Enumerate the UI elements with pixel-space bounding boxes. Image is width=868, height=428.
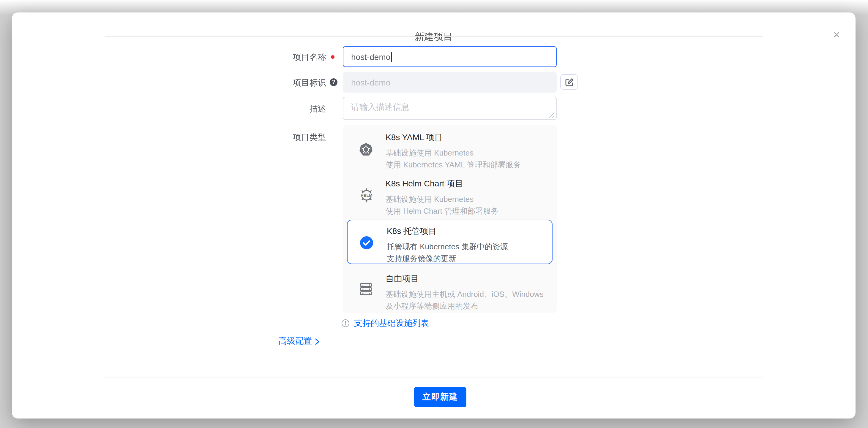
create-now-button[interactable]: 立即新建	[414, 387, 466, 407]
description-placeholder: 请输入描述信息	[351, 102, 409, 111]
option-desc: 托管现有 Kubernetes 集群中的资源	[387, 241, 508, 252]
check-icon	[360, 236, 373, 252]
helm-icon: HELM	[359, 188, 374, 205]
project-type-option-k8s-yaml[interactable]: K8s YAML 项目 基础设施使用 Kubernetes 使用 Kuberne…	[343, 126, 557, 172]
option-title: K8s 托管项目	[387, 226, 437, 237]
option-title: 自由项目	[385, 274, 419, 284]
option-desc: 基础设施使用 Kubernetes	[385, 194, 473, 205]
project-name-input[interactable]: host-demo	[343, 46, 557, 67]
project-key-placeholder: host-demo	[351, 77, 390, 87]
project-key-label: 项目标识	[255, 76, 326, 89]
server-stack-icon	[359, 282, 373, 299]
info-icon: !	[342, 319, 349, 327]
option-title: K8s Helm Chart 项目	[385, 179, 463, 189]
kubernetes-icon	[359, 142, 373, 159]
chevron-right-icon	[315, 338, 320, 344]
option-desc: 使用 Helm Chart 管理和部署服务	[385, 206, 498, 217]
advanced-config-link[interactable]: 高级配置	[279, 336, 320, 347]
edit-key-button[interactable]	[560, 74, 578, 90]
description-textarea[interactable]: 请输入描述信息	[343, 97, 557, 120]
project-type-option-k8s-helm[interactable]: HELM K8s Helm Chart 项目 基础设施使用 Kubernetes…	[343, 172, 557, 219]
option-desc: 基础设施使用 Kubernetes	[385, 148, 473, 159]
option-desc: 使用 Kubernetes YAML 管理和部署服务	[385, 160, 521, 170]
project-type-option-freestyle[interactable]: 自由项目 基础设施使用主机或 Android、iOS、Windows 及小程序等…	[343, 267, 557, 311]
option-desc: 基础设施使用主机或 Android、iOS、Windows	[385, 289, 544, 300]
help-icon: ?	[330, 78, 337, 86]
advanced-config-label: 高级配置	[279, 336, 312, 347]
svg-text:HELM: HELM	[361, 193, 373, 198]
close-icon[interactable]: ×	[829, 28, 844, 42]
project-name-label: 项目名称	[255, 51, 326, 63]
dimmed-backdrop: 新建项目 × 项目名称 host-demo 项目标识 ? host-demo 描…	[0, 0, 868, 428]
option-desc: 及小程序等端侧应用的发布	[385, 301, 478, 311]
project-type-option-k8s-hosted[interactable]: K8s 托管项目 托管现有 Kubernetes 集群中的资源 支持服务镜像的更…	[347, 220, 553, 264]
supported-infra-link[interactable]: 支持的基础设施列表	[354, 318, 429, 329]
text-caret	[391, 52, 392, 61]
project-key-input: host-demo	[343, 72, 557, 93]
required-dot-icon	[331, 55, 335, 59]
option-title: K8s YAML 项目	[385, 132, 443, 143]
footer-divider	[104, 377, 763, 378]
project-type-list: K8s YAML 项目 基础设施使用 Kubernetes 使用 Kuberne…	[343, 125, 557, 313]
option-desc: 支持服务镜像的更新	[387, 254, 456, 264]
project-name-value: host-demo	[351, 52, 390, 61]
project-type-label: 项目类型	[255, 131, 326, 143]
dialog-title: 新建项目	[12, 31, 856, 43]
description-label: 描述	[255, 103, 326, 114]
edit-icon	[565, 77, 574, 86]
resize-grip[interactable]	[549, 112, 554, 118]
new-project-dialog: 新建项目 × 项目名称 host-demo 项目标识 ? host-demo 描…	[12, 12, 856, 419]
header-divider	[104, 36, 763, 37]
